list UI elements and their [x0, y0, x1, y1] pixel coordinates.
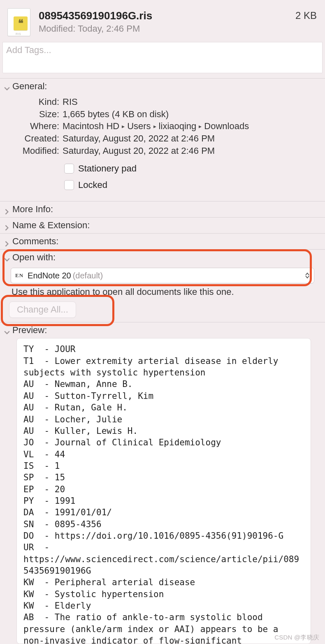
- chevron-down-icon: [4, 327, 10, 333]
- path-sep-icon: ▸: [122, 123, 125, 130]
- section-label: Comments:: [12, 236, 58, 247]
- open-with-hint: Use this application to open all documen…: [0, 285, 325, 298]
- where-value: Macintosh HD▸Users▸lixiaoqing▸Downloads: [63, 120, 321, 132]
- file-name: 089543569190196G.ris: [39, 10, 295, 22]
- chevron-right-icon: [4, 222, 10, 228]
- section-open-with[interactable]: Open with:: [0, 249, 325, 265]
- section-label: Name & Extension:: [12, 220, 90, 231]
- chevron-down-icon: [4, 255, 10, 260]
- section-preview[interactable]: Preview:: [4, 325, 321, 336]
- preview-content: TY - JOUR T1 - Lower extremity arterial …: [16, 338, 311, 644]
- section-label: Open with:: [12, 252, 56, 263]
- chevron-right-icon: [4, 206, 10, 212]
- locked-checkbox[interactable]: [64, 180, 74, 190]
- created-value: Saturday, August 20, 2022 at 2:46 PM: [63, 132, 321, 145]
- up-down-icon: [304, 271, 311, 280]
- app-badge-icon: EN: [15, 272, 23, 279]
- path-sep-icon: ▸: [153, 123, 156, 130]
- open-with-app-name: EndNote 20: [28, 271, 71, 280]
- path-sep-icon: ▸: [199, 123, 202, 130]
- file-size-summary: 2 KB: [295, 8, 318, 21]
- open-with-dropdown[interactable]: EN EndNote 20 (default): [11, 268, 314, 283]
- size-value: 1,665 bytes (4 KB on disk): [63, 108, 321, 120]
- stationery-pad-checkbox[interactable]: [64, 164, 74, 174]
- stationery-pad-label: Stationery pad: [78, 163, 137, 174]
- created-label: Created:: [16, 132, 59, 145]
- tags-input[interactable]: Add Tags...: [2, 42, 323, 73]
- section-label: Preview:: [12, 325, 47, 336]
- section-more-info[interactable]: More Info:: [0, 201, 325, 217]
- section-comments[interactable]: Comments:: [0, 233, 325, 249]
- section-name-extension[interactable]: Name & Extension:: [0, 217, 325, 233]
- section-label: General:: [12, 81, 47, 92]
- open-with-default-suffix: (default): [73, 271, 103, 280]
- chevron-right-icon: [4, 239, 10, 244]
- section-label: More Info:: [12, 204, 53, 215]
- chevron-down-icon: [4, 83, 10, 89]
- file-type-icon: ❝ RIS: [7, 8, 32, 36]
- kind-value: RIS: [63, 96, 321, 108]
- file-modified-summary: Modified: Today, 2:46 PM: [39, 23, 295, 34]
- general-content: Kind:RIS Size:1,665 bytes (4 KB on disk)…: [0, 94, 325, 201]
- section-general[interactable]: General:: [0, 78, 325, 94]
- modified-value: Saturday, August 20, 2022 at 2:46 PM: [63, 145, 321, 157]
- change-all-button[interactable]: Change All...: [9, 301, 76, 318]
- where-label: Where:: [16, 120, 59, 132]
- modified-label: Modified:: [16, 145, 59, 157]
- size-label: Size:: [16, 108, 59, 120]
- locked-label: Locked: [78, 180, 107, 190]
- kind-label: Kind:: [16, 96, 59, 108]
- file-header: ❝ RIS 089543569190196G.ris Modified: Tod…: [0, 0, 325, 39]
- watermark: CSDN @李晓庆: [274, 634, 319, 642]
